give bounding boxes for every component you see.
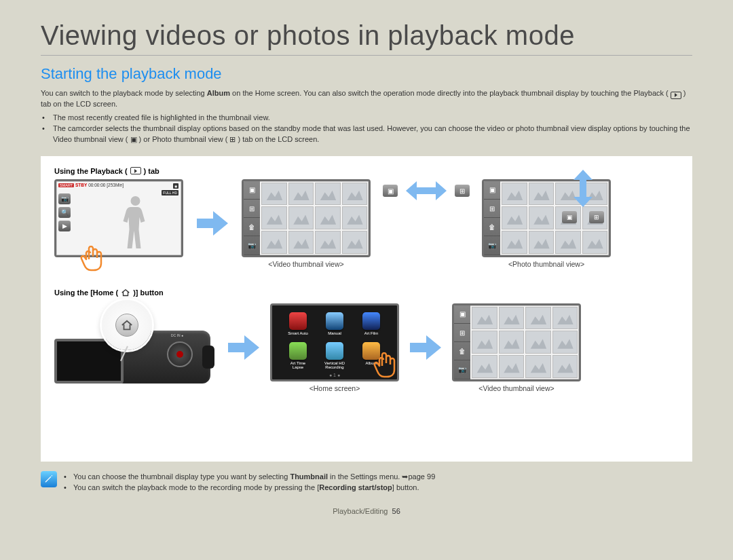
video-tab-icon[interactable]: ▣ <box>484 181 500 200</box>
app-art-time-lapse[interactable]: Art Time Lapse <box>284 342 312 370</box>
camera-mode-icon[interactable]: 📷 <box>58 193 71 204</box>
intro-bullets: The most recently created file is highli… <box>41 113 692 145</box>
record-dial <box>167 341 193 367</box>
playback-tab[interactable]: ▶ <box>58 221 71 231</box>
app-vertical-hd[interactable]: Vertical HD Recording <box>321 342 348 370</box>
photo-tab-icon[interactable]: ⊞ <box>484 200 500 218</box>
app-label: Art Time Lapse <box>290 361 305 370</box>
video-thumb-icon[interactable]: ▣ <box>383 185 398 197</box>
video-thumb-icon: ▣ <box>130 135 137 143</box>
stby-label: STBY <box>75 183 87 187</box>
home-button[interactable] <box>115 314 138 337</box>
txt: )] button <box>133 288 164 297</box>
photo-tab-icon[interactable]: ⊞ <box>244 200 260 218</box>
bullet-item: The most recently created file is highli… <box>50 113 692 124</box>
standby-screen: SMART STBY 00:00:00 [253Min] ◉ FULL HD 📷… <box>54 179 183 257</box>
page-number: 56 <box>392 507 400 515</box>
intro-text: You can switch to the playback mode by s… <box>41 89 207 97</box>
video-thumbnail-screen: ▣ ⊞ 🗑 📷 <box>242 179 371 257</box>
photo-thumb-icon[interactable]: ⊞ <box>589 211 604 223</box>
touch-hand-icon <box>372 352 399 383</box>
battery-icon: ◉ <box>173 183 178 189</box>
note-box: You can choose the thumbnail display typ… <box>41 471 692 493</box>
section-heading: Starting the playback mode <box>41 65 692 83</box>
camera-tab-icon[interactable]: 📷 <box>244 236 260 255</box>
home-button-callout <box>102 300 152 350</box>
view-toggle-group: ▣ ⊞ <box>562 170 604 223</box>
camera-tab-icon[interactable]: 📷 <box>454 360 470 379</box>
txt: ) tab on the LCD screen. <box>236 135 319 143</box>
caption-home: <Home screen> <box>309 384 360 392</box>
bullet-item: The camcorder selects the thumbnail disp… <box>50 124 692 145</box>
rec-time: 00:00:00 [253Min] <box>88 183 124 187</box>
playback-icon <box>130 167 141 174</box>
page-footer: Playback/Editing 56 <box>41 507 692 515</box>
camcorder-illustration: DC IN ● <box>54 303 217 392</box>
video-tab-icon[interactable]: ▣ <box>454 305 470 324</box>
app-label: Art Film <box>364 331 379 336</box>
zoom-icon[interactable]: 🔍 <box>58 207 71 218</box>
camera-tab-icon[interactable]: 📷 <box>484 236 500 255</box>
pager-dots: ● 1 ● <box>329 373 340 377</box>
note-item: You can switch the playback mode to the … <box>64 482 435 493</box>
txt-bold: Thumbnail <box>290 472 328 481</box>
touch-hand-icon <box>79 246 106 276</box>
txt: ) or Photo thumbnail view ( <box>137 135 230 143</box>
dcin-label: DC IN ● <box>171 333 183 337</box>
photo-tab-icon[interactable]: ⊞ <box>454 324 470 342</box>
app-label: Manual <box>328 331 341 336</box>
video-tab-icon[interactable]: ▣ <box>244 181 260 200</box>
caption-video-thumb2: <Video thumbnail view> <box>478 384 554 392</box>
delete-tab-icon[interactable]: 🗑 <box>244 218 260 236</box>
arrow-updown-icon <box>571 170 595 207</box>
app-manual[interactable]: Manual <box>321 312 348 338</box>
intro-bold-album: Album <box>207 89 230 97</box>
arrow-right-icon <box>409 333 443 363</box>
subject-silhouette <box>117 191 154 252</box>
playback-icon <box>671 92 681 99</box>
intro-text: on the Home screen. You can also switch … <box>230 89 671 97</box>
txt: ) tab <box>144 167 159 175</box>
caption-photo-thumb: <Photo thumbnail view> <box>508 260 584 268</box>
arrow-leftright-icon <box>406 179 447 203</box>
delete-tab-icon[interactable]: 🗑 <box>454 342 470 360</box>
txt: ] button. <box>392 483 419 491</box>
note-item: You can choose the thumbnail display typ… <box>64 471 435 483</box>
note-icon <box>41 471 57 487</box>
caption-video-thumb: <Video thumbnail view> <box>268 260 343 268</box>
txt: Using the Playback ( <box>54 167 128 175</box>
arrow-right-icon <box>195 208 229 239</box>
footer-section: Playback/Editing <box>333 507 388 515</box>
photo-thumb-icon[interactable]: ⊞ <box>455 185 470 197</box>
video-thumbnail-screen: ▣ ⊞ 🗑 📷 <box>452 303 581 381</box>
page-title: Viewing videos or photos in playback mod… <box>41 20 692 56</box>
app-smart-auto[interactable]: Smart Auto <box>284 312 312 338</box>
txt: Using the [Home ( <box>54 288 118 297</box>
txt-bold: Recording start/stop <box>319 483 392 491</box>
txt: in the Settings menu. ➥page 99 <box>328 472 435 481</box>
fullhd-badge: FULL HD <box>162 190 178 195</box>
txt: You can choose the thumbnail display typ… <box>73 472 290 481</box>
app-art-film[interactable]: Art Film <box>358 312 385 338</box>
app-label: Vertical HD Recording <box>324 361 345 370</box>
arrow-right-icon <box>227 333 261 363</box>
home-icon <box>121 288 130 297</box>
smart-badge: SMART <box>58 183 74 187</box>
section2-label: Using the [Home ( )] button <box>54 288 679 297</box>
intro-paragraph: You can switch to the playback mode by s… <box>41 88 692 110</box>
txt: You can switch the playback mode to the … <box>73 483 319 491</box>
app-label: Smart Auto <box>288 331 308 336</box>
illustration-panel: Using the Playback ( ) tab SMART STBY 00… <box>41 156 692 462</box>
delete-tab-icon[interactable]: 🗑 <box>484 218 500 236</box>
video-thumb-icon[interactable]: ▣ <box>562 211 577 223</box>
